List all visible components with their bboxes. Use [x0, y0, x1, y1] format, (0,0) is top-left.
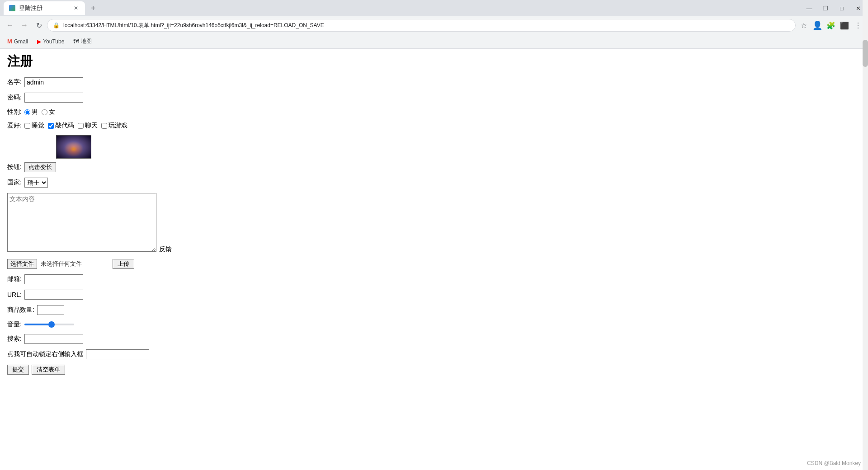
country-select[interactable]: 中国 美国 英国 日本 瑞士 — [24, 178, 48, 188]
gender-male-option[interactable]: 男 — [24, 108, 38, 116]
active-tab[interactable]: 登陆注册 ✕ — [4, 1, 85, 15]
name-input[interactable] — [24, 77, 83, 87]
search-row: 搜索: — [7, 334, 861, 344]
gender-radio-group: 男 女 — [24, 108, 55, 116]
tab-title: 登陆注册 — [19, 4, 69, 12]
volume-label: 音量: — [7, 320, 22, 329]
country-label: 国家: — [7, 179, 22, 187]
file-no-selection-text: 未选择任何文件 — [41, 260, 82, 268]
refresh-button[interactable]: ↻ — [33, 19, 45, 32]
page-content: 注册 名字: 密码: 性别: 男 女 爱好: 睡觉 — [0, 49, 868, 470]
auto-lock-label: 点我可自动锁定右侧输入框 — [7, 350, 83, 358]
bookmarks-bar: M Gmail ▶ YouTube 🗺 地图 — [0, 34, 868, 49]
extensions-icon[interactable]: 🧩 — [825, 19, 837, 32]
choose-file-button[interactable]: 选择文件 — [7, 259, 37, 269]
side-panel-icon[interactable]: ⬛ — [838, 19, 851, 32]
hobby-chat-option[interactable]: 聊天 — [78, 122, 98, 130]
address-bar[interactable]: 🔒 localhost:63342/HTML/html/10.表单.html?_… — [47, 19, 796, 32]
hobby-sleep-checkbox[interactable] — [24, 123, 30, 129]
password-input[interactable] — [24, 93, 83, 103]
feedback-row: 反馈 — [7, 193, 861, 254]
gender-female-label: 女 — [49, 108, 55, 116]
bookmark-gmail-label: Gmail — [14, 38, 28, 45]
upload-button[interactable]: 上传 — [113, 259, 134, 269]
hobby-game-checkbox[interactable] — [101, 123, 107, 129]
browser-chrome: 登陆注册 ✕ + — ❐ □ ✕ ← → ↻ 🔒 localhost:63342… — [0, 0, 868, 49]
navigation-toolbar: ← → ↻ 🔒 localhost:63342/HTML/html/10.表单.… — [0, 16, 868, 34]
hobby-chat-label: 聊天 — [85, 122, 98, 130]
bookmark-maps-label: 地图 — [81, 38, 92, 45]
submit-button[interactable]: 提交 — [7, 365, 29, 375]
quantity-input[interactable] — [37, 305, 64, 315]
quantity-row: 商品数量: — [7, 305, 861, 315]
scrollbar-thumb[interactable] — [863, 40, 868, 67]
email-row: 邮箱: — [7, 274, 861, 284]
profile-icon[interactable]: 👤 — [811, 19, 824, 32]
volume-slider[interactable] — [24, 324, 74, 325]
hobby-game-label: 玩游戏 — [108, 122, 127, 130]
hobby-sleep-label: 睡觉 — [32, 122, 44, 130]
search-input[interactable] — [24, 334, 83, 344]
hobby-checkbox-group: 睡觉 敲代码 聊天 玩游戏 — [24, 122, 127, 130]
bookmark-star-icon[interactable]: ☆ — [797, 19, 810, 32]
bookmark-youtube[interactable]: ▶ YouTube — [33, 38, 68, 46]
clear-button[interactable]: 清空表单 — [32, 365, 65, 375]
volume-row: 音量: — [7, 320, 861, 329]
watermark: CSDN @Bald Monkey — [807, 460, 861, 466]
password-label: 密码: — [7, 94, 22, 102]
minimize-button[interactable]: — — [803, 2, 816, 14]
bookmark-youtube-label: YouTube — [43, 38, 64, 45]
quantity-label: 商品数量: — [7, 306, 34, 314]
maximize-button[interactable]: □ — [835, 2, 848, 14]
forward-button[interactable]: → — [18, 19, 31, 32]
button-row: 按钮: 点击变长 — [7, 162, 861, 172]
tab-close-button[interactable]: ✕ — [72, 5, 80, 12]
restore-button[interactable]: ❐ — [819, 2, 832, 14]
file-upload-section: 选择文件 未选择任何文件 上传 — [7, 259, 861, 269]
button-label: 按钮: — [7, 163, 22, 171]
password-row: 密码: — [7, 93, 861, 103]
scrollbar[interactable] — [863, 0, 868, 470]
change-button[interactable]: 点击变长 — [24, 162, 56, 172]
back-button[interactable]: ← — [4, 19, 16, 32]
bookmark-maps[interactable]: 🗺 地图 — [70, 37, 95, 46]
gender-row: 性别: 男 女 — [7, 108, 861, 116]
hobby-row: 爱好: 睡觉 敲代码 聊天 玩游戏 — [7, 122, 861, 130]
hobby-sleep-option[interactable]: 睡觉 — [24, 122, 44, 130]
feedback-label: 反馈 — [159, 245, 172, 254]
gender-label: 性别: — [7, 108, 22, 116]
url-text: localhost:63342/HTML/html/10.表单.html?_ij… — [63, 22, 790, 29]
bookmark-gmail[interactable]: M Gmail — [4, 37, 32, 46]
hobby-chat-checkbox[interactable] — [78, 123, 84, 129]
hobby-label: 爱好: — [7, 122, 22, 130]
youtube-icon: ▶ — [37, 38, 41, 45]
image-section — [7, 135, 861, 159]
gender-male-radio[interactable] — [24, 109, 30, 115]
bottom-buttons: 提交 清空表单 — [7, 365, 861, 375]
tab-bar: 登陆注册 ✕ + — ❐ □ ✕ — [0, 0, 868, 16]
lock-icon: 🔒 — [53, 22, 60, 28]
page-title: 注册 — [7, 53, 861, 70]
gender-female-radio[interactable] — [42, 109, 47, 115]
email-label: 邮箱: — [7, 275, 22, 283]
gender-female-option[interactable]: 女 — [42, 108, 55, 116]
url-input[interactable] — [24, 290, 83, 300]
name-row: 名字: — [7, 77, 861, 87]
hobby-code-label: 敲代码 — [55, 122, 74, 130]
country-row: 国家: 中国 美国 英国 日本 瑞士 — [7, 178, 861, 188]
hobby-code-checkbox[interactable] — [48, 123, 54, 129]
window-controls: — ❐ □ ✕ — [803, 2, 864, 14]
maps-icon: 🗺 — [73, 38, 79, 45]
tab-favicon — [9, 5, 15, 11]
hobby-code-option[interactable]: 敲代码 — [48, 122, 74, 130]
toolbar-right: ☆ 👤 🧩 ⬛ ⋮ — [797, 19, 864, 32]
name-label: 名字: — [7, 78, 22, 86]
hobby-game-option[interactable]: 玩游戏 — [101, 122, 127, 130]
gender-male-label: 男 — [32, 108, 38, 116]
auto-lock-input[interactable] — [86, 349, 149, 359]
new-tab-button[interactable]: + — [87, 2, 99, 14]
feedback-textarea[interactable] — [7, 193, 156, 252]
email-input[interactable] — [24, 274, 83, 284]
gmail-icon: M — [7, 38, 12, 45]
url-row: URL: — [7, 290, 861, 300]
